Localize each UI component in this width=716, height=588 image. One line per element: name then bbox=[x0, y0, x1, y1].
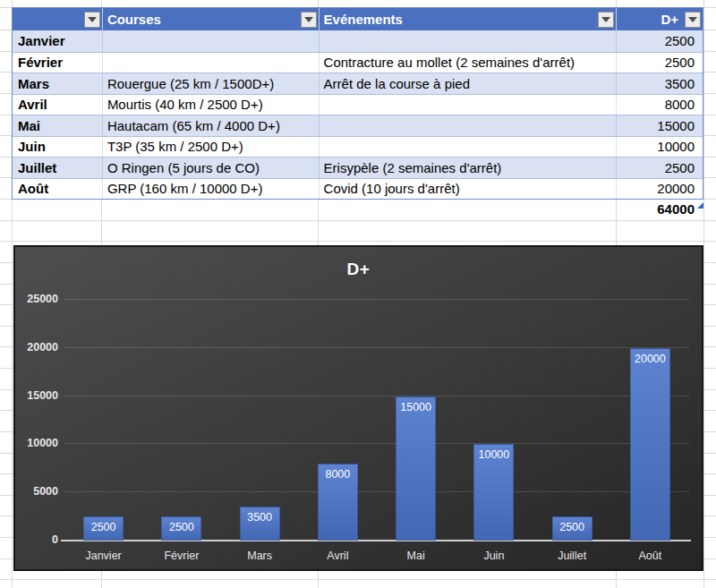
cell-courses[interactable]: O Ringen (5 jours de CO) bbox=[102, 158, 319, 178]
cell-events[interactable] bbox=[319, 30, 617, 52]
filter-arrow-icon bbox=[688, 17, 697, 22]
cell-courses[interactable]: Mourtis (40 km / 2500 D+) bbox=[102, 95, 319, 115]
cell-dplus[interactable]: 2500 bbox=[616, 158, 703, 178]
header-dplus-label: D+ bbox=[661, 12, 678, 27]
x-axis-category-label: Février bbox=[142, 550, 220, 562]
cell-dplus[interactable]: 2500 bbox=[616, 30, 703, 52]
cell-total-events[interactable] bbox=[318, 199, 616, 219]
filter-arrow-icon bbox=[88, 17, 97, 22]
bar-data-label: 8000 bbox=[319, 468, 357, 481]
header-cell-dplus[interactable]: D+ bbox=[616, 8, 703, 30]
cell-events[interactable] bbox=[319, 95, 617, 115]
cell-month[interactable]: Juillet bbox=[13, 158, 102, 178]
y-axis-tick-label: 15000 bbox=[15, 389, 58, 402]
bar[interactable]: 2500 bbox=[83, 516, 124, 541]
table-row: Janvier2500 bbox=[13, 30, 703, 52]
bar[interactable]: 15000 bbox=[396, 396, 436, 541]
cell-dplus[interactable]: 10000 bbox=[616, 137, 703, 158]
cell-dplus[interactable]: 2500 bbox=[616, 53, 703, 73]
x-axis-category-label: Mai bbox=[377, 550, 455, 562]
header-cell-month[interactable] bbox=[13, 8, 102, 30]
x-axis-category-label: Juin bbox=[455, 550, 533, 562]
x-axis-category-label: Août bbox=[611, 550, 689, 562]
table-header-row: Courses Evénements D+ bbox=[13, 8, 703, 30]
cell-dplus[interactable]: 3500 bbox=[616, 73, 703, 94]
bar-data-label: 2500 bbox=[162, 521, 200, 533]
cell-dplus[interactable]: 20000 bbox=[616, 179, 703, 200]
cell-total-dplus[interactable]: 64000 bbox=[616, 199, 703, 219]
table-resize-handle[interactable] bbox=[697, 202, 703, 209]
cell-events[interactable]: Contracture au mollet (2 semaines d'arrê… bbox=[319, 53, 617, 73]
cell-courses[interactable]: T3P (35 km / 2500 D+) bbox=[102, 137, 319, 158]
x-axis-category-label: Avril bbox=[299, 550, 377, 562]
bar[interactable]: 2500 bbox=[161, 516, 201, 541]
table-row: JuinT3P (35 km / 2500 D+)10000 bbox=[13, 136, 703, 158]
y-axis-tick-label: 10000 bbox=[15, 437, 58, 449]
x-axis-category-label: Mars bbox=[221, 550, 299, 562]
y-axis-tick-label: 5000 bbox=[15, 485, 58, 498]
y-axis-tick-label: 20000 bbox=[15, 341, 58, 354]
cell-courses[interactable]: GRP (160 km / 10000 D+) bbox=[102, 179, 319, 200]
cell-events[interactable] bbox=[319, 115, 617, 136]
filter-button-dplus[interactable] bbox=[685, 12, 701, 28]
cell-month[interactable]: Février bbox=[13, 53, 102, 73]
header-events-label: Evénements bbox=[324, 12, 403, 27]
cell-month[interactable]: Janvier bbox=[13, 30, 102, 52]
bar[interactable]: 10000 bbox=[473, 444, 514, 541]
cell-events[interactable]: Covid (10 jours d'arrêt) bbox=[319, 179, 617, 200]
y-axis-tick-label: 0 bbox=[15, 533, 58, 546]
table-row: AoûtGRP (160 km / 10000 D+)Covid (10 jou… bbox=[13, 178, 703, 200]
table-row: AvrilMourtis (40 km / 2500 D+)8000 bbox=[13, 94, 703, 115]
cell-courses[interactable]: Hautacam (65 km / 4000 D+) bbox=[102, 115, 319, 136]
gridline-h bbox=[0, 220, 716, 221]
x-axis-category-label: Janvier bbox=[64, 550, 142, 562]
chart-gridline bbox=[64, 443, 689, 444]
cell-courses[interactable] bbox=[102, 53, 319, 73]
cell-dplus[interactable]: 15000 bbox=[616, 115, 703, 136]
chart-gridline bbox=[64, 299, 689, 300]
bar[interactable]: 3500 bbox=[240, 507, 280, 541]
y-axis-tick-label: 25000 bbox=[15, 293, 58, 305]
data-table: Courses Evénements D+ Janvier2500Février… bbox=[12, 7, 703, 200]
bar-data-label: 3500 bbox=[241, 511, 279, 524]
cell-total-courses[interactable] bbox=[101, 199, 318, 219]
table-row: MaiHautacam (65 km / 4000 D+)15000 bbox=[13, 115, 703, 136]
cell-month[interactable]: Avril bbox=[13, 95, 102, 115]
cell-events[interactable] bbox=[319, 137, 617, 158]
cell-courses[interactable] bbox=[102, 30, 319, 52]
bar-data-label: 20000 bbox=[631, 353, 669, 365]
header-courses-label: Courses bbox=[107, 12, 161, 27]
cell-dplus[interactable]: 8000 bbox=[616, 95, 703, 115]
header-cell-courses[interactable]: Courses bbox=[102, 8, 319, 30]
bar-data-label: 2500 bbox=[84, 521, 123, 533]
gridline-h bbox=[0, 579, 716, 580]
cell-events[interactable]: Arrêt de la course à pied bbox=[319, 73, 617, 94]
x-axis-category-label: Juillet bbox=[533, 550, 611, 562]
cell-courses[interactable]: Rouergue (25 km / 1500D+) bbox=[102, 73, 319, 94]
header-cell-events[interactable]: Evénements bbox=[319, 8, 617, 30]
chart-gridline bbox=[64, 347, 689, 348]
table-body: Janvier2500FévrierContracture au mollet … bbox=[13, 30, 703, 199]
bar[interactable]: 8000 bbox=[318, 464, 358, 541]
bar-data-label: 2500 bbox=[553, 521, 592, 533]
filter-button-events[interactable] bbox=[598, 12, 614, 28]
bar[interactable]: 20000 bbox=[630, 348, 670, 541]
cell-total-month[interactable] bbox=[12, 199, 101, 219]
table-row: FévrierContracture au mollet (2 semaines… bbox=[13, 52, 703, 73]
table-row: JuilletO Ringen (5 jours de CO)Erisypèle… bbox=[13, 157, 703, 178]
cell-month[interactable]: Mai bbox=[13, 115, 102, 136]
spreadsheet: Courses Evénements D+ Janvier2500Février… bbox=[0, 0, 716, 588]
table-row: MarsRouergue (25 km / 1500D+)Arrêt de la… bbox=[13, 72, 703, 94]
bar-chart[interactable]: D+ 05000100001500020000250002500Janvier2… bbox=[13, 245, 703, 571]
cell-month[interactable]: Mars bbox=[13, 73, 102, 94]
cell-events[interactable]: Erisypèle (2 semaines d'arrêt) bbox=[319, 158, 617, 178]
bar[interactable]: 2500 bbox=[552, 516, 592, 541]
cell-month[interactable]: Août bbox=[13, 179, 102, 200]
chart-gridline bbox=[64, 491, 689, 492]
chart-title: D+ bbox=[15, 260, 702, 279]
bar-data-label: 15000 bbox=[396, 401, 435, 413]
filter-button-month[interactable] bbox=[84, 12, 100, 28]
chart-gridline bbox=[64, 396, 689, 396]
filter-button-courses[interactable] bbox=[301, 12, 317, 28]
cell-month[interactable]: Juin bbox=[13, 137, 102, 158]
